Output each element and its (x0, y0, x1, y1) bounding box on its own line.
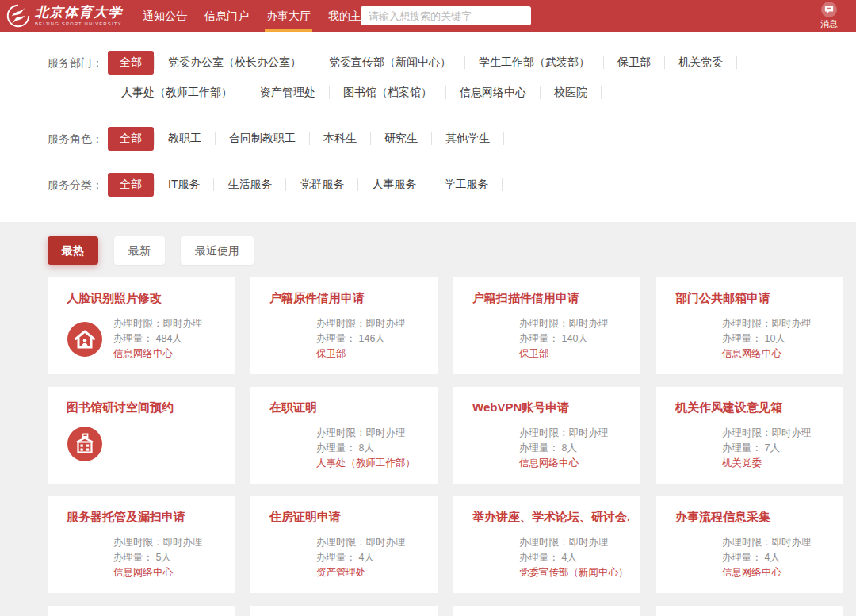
filter-option[interactable]: 全部 (108, 51, 155, 75)
service-card[interactable]: 住房证明申请 (250, 496, 438, 593)
service-department: 信息网络中心 (519, 456, 609, 471)
logo-text: 北京体育大学 BEIJING SPORT UNIVERSITY (35, 6, 123, 26)
service-card-meta: 办理时限：即时办理 办理量： 10人 信息网络中心 (722, 316, 812, 362)
service-swirl-icon (472, 430, 509, 467)
service-card-title: 举办讲座、学术论坛、研讨会... (472, 510, 629, 525)
service-card[interactable]: WebVPN账号申请 (453, 387, 640, 484)
category-options: 全部 IT服务 生活服务 党群服务 人事服务 学工服务 (108, 173, 503, 203)
filter-option[interactable]: 信息网络中心 (446, 81, 541, 105)
filter-option[interactable]: 学工服务 (430, 173, 503, 197)
filter-option[interactable]: IT服务 (155, 173, 214, 197)
filter-option[interactable]: 全部 (108, 173, 155, 197)
service-card[interactable]: 图书馆研讨空间预约 (48, 387, 235, 484)
filter-option[interactable]: 学生工作部（武装部） (465, 51, 604, 75)
service-department: 信息网络中心 (722, 346, 812, 362)
service-card[interactable]: 办事流程信息采集 (656, 496, 843, 593)
processing-time: 办理时限：即时办理 (722, 426, 812, 441)
service-card[interactable]: 校内LED显示屏预约 (656, 606, 843, 616)
filter-panel: 服务部门： 全部 党委办公室（校长办公室） 党委宣传部（新闻中心） 学生工作部（… (0, 32, 856, 222)
service-card[interactable]: 户籍原件借用申请 (250, 277, 438, 374)
service-card-icon (269, 321, 306, 358)
filter-option[interactable]: 全部 (108, 127, 155, 151)
filter-option[interactable]: 合同制教职工 (216, 127, 310, 151)
filter-option[interactable]: 生活服务 (214, 173, 286, 197)
service-card-meta: 办理时限：即时办理 办理量： 8人 信息网络中心 (519, 426, 609, 471)
service-department: 党委宣传部（新闻中心） (519, 565, 629, 580)
processing-time: 办理时限：即时办理 (722, 316, 812, 331)
filter-label-category: 服务分类： (48, 173, 108, 203)
filter-row-category: 服务分类： 全部 IT服务 生活服务 党群服务 人事服务 学工服务 (48, 173, 856, 203)
filter-option[interactable]: 校医院 (541, 81, 602, 105)
filter-label-department: 服务部门： (48, 51, 108, 111)
filter-option[interactable]: 机关党委 (665, 51, 737, 75)
filter-option[interactable]: 研究生 (371, 127, 432, 151)
messages-button[interactable]: 消息 (813, 2, 845, 30)
service-swirl-icon (675, 430, 712, 467)
logo-name-cn: 北京体育大学 (35, 6, 123, 19)
service-card-meta: 办理时限：即时办理 办理量： 4人 资产管理处 (316, 535, 406, 580)
service-department: 机关党委 (722, 456, 812, 471)
top-header: 北京体育大学 BEIJING SPORT UNIVERSITY 通知公告 信息门… (0, 0, 856, 32)
service-card[interactable]: 服务器托管及漏扫申请 (48, 496, 235, 593)
filter-option[interactable]: 保卫部 (604, 51, 665, 75)
filter-option[interactable]: 人事服务 (358, 173, 430, 197)
service-card-body: 办理时限：即时办理 办理量： 5人 信息网络中心 (67, 535, 224, 580)
service-card[interactable]: 人脸识别照片修改 (48, 277, 235, 374)
service-list-section: 最热 最新 最近使用 人脸识别照片修改 (0, 222, 856, 616)
processing-time: 办理时限：即时办理 (113, 535, 203, 550)
service-card[interactable]: 校内悬挂、张贴、摆放宣传制... (453, 606, 640, 616)
service-card[interactable]: 在职证明 (250, 387, 438, 484)
service-card-body: 办理时限：即时办理 办理量： 7人 机关党委 (675, 426, 832, 471)
filter-option[interactable]: 党委办公室（校长办公室） (155, 51, 315, 75)
service-card-title: 服务器托管及漏扫申请 (67, 510, 224, 525)
service-card[interactable]: 户籍扫描件借用申请 (453, 277, 640, 374)
service-card[interactable]: 信息系统集成申请 (48, 606, 235, 616)
service-card-body: 办理时限：即时办理 办理量： 10人 信息网络中心 (675, 316, 832, 362)
filter-option[interactable]: 图书馆（档案馆） (330, 81, 446, 105)
processing-time: 办理时限：即时办理 (316, 426, 415, 441)
processing-volume: 办理量： 10人 (722, 331, 812, 346)
service-card-body: 办理时限：即时办理 办理量： 4人 信息网络中心 (675, 535, 832, 580)
service-department: 信息网络中心 (113, 346, 203, 362)
nav-item[interactable]: 通知公告 (134, 0, 196, 32)
service-card-title: 部门公共邮箱申请 (675, 291, 832, 306)
sort-tab[interactable]: 最新 (114, 236, 165, 265)
service-card[interactable]: 举办讲座、学术论坛、研讨会... (453, 496, 640, 593)
sort-tabs: 最热 最新 最近使用 (48, 236, 856, 265)
service-swirl-icon (269, 540, 306, 576)
filter-option[interactable]: 人事处（教师工作部） (108, 81, 246, 105)
logo-name-en: BEIJING SPORT UNIVERSITY (35, 21, 123, 26)
service-card[interactable]: 机关作风建设意见箱 (656, 387, 843, 484)
nav-item[interactable]: 信息门户 (196, 0, 258, 32)
filter-option[interactable]: 党委宣传部（新闻中心） (315, 51, 465, 75)
processing-volume: 办理量： 7人 (722, 441, 812, 456)
sort-tab[interactable]: 最热 (48, 236, 98, 265)
service-card-body: 办理时限：即时办理 办理量： 8人 信息网络中心 (472, 426, 629, 471)
service-card-title: 户籍扫描件借用申请 (472, 291, 629, 306)
department-options: 全部 党委办公室（校长办公室） 党委宣传部（新闻中心） 学生工作部（武装部） 保… (108, 51, 856, 111)
university-swirl-icon (6, 4, 30, 28)
service-card[interactable]: 部门公共邮箱申请 (656, 277, 843, 374)
service-card-meta: 办理时限：即时办理 办理量： 8人 人事处（教师工作部） (316, 426, 415, 471)
service-swirl-icon (675, 540, 712, 576)
service-card-meta: 办理时限：即时办理 办理量： 140人 保卫部 (519, 316, 609, 362)
processing-volume: 办理量： 4人 (316, 550, 406, 565)
service-card[interactable]: 科技查新 (250, 606, 438, 616)
university-logo[interactable]: 北京体育大学 BEIJING SPORT UNIVERSITY (6, 4, 123, 28)
service-card-title: 户籍原件借用申请 (269, 291, 426, 306)
filter-option[interactable]: 教职工 (155, 127, 216, 151)
service-card-title: 住房证明申请 (269, 510, 426, 525)
processing-volume: 办理量： 8人 (519, 441, 609, 456)
filter-option[interactable]: 其他学生 (432, 127, 504, 151)
processing-volume: 办理量： 484人 (113, 331, 203, 346)
filter-option[interactable]: 本科生 (310, 127, 371, 151)
service-card-icon (67, 321, 103, 358)
search-input[interactable] (361, 6, 531, 25)
filter-option[interactable]: 党群服务 (286, 173, 358, 197)
nav-item[interactable]: 办事大厅 (258, 0, 319, 32)
processing-time: 办理时限：即时办理 (519, 316, 609, 331)
processing-time: 办理时限：即时办理 (519, 535, 629, 550)
sort-tab[interactable]: 最近使用 (181, 236, 254, 265)
filter-option[interactable]: 资产管理处 (246, 81, 330, 105)
processing-time: 办理时限：即时办理 (316, 316, 406, 331)
